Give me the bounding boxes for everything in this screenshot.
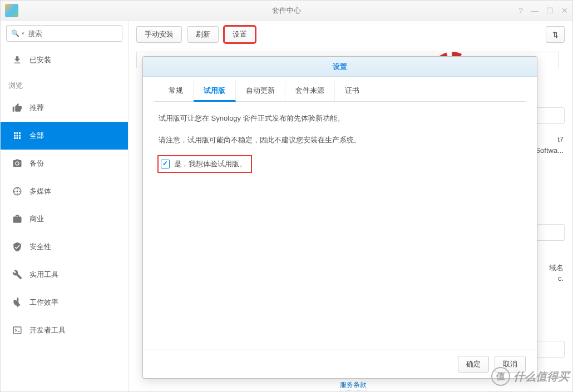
trial-checkbox-row[interactable]: ✓ 是，我想体验试用版。 bbox=[159, 156, 251, 172]
watermark-text: 什么值得买 bbox=[513, 369, 569, 384]
sort-icon: ⇅ bbox=[552, 31, 559, 39]
search-input[interactable] bbox=[28, 29, 121, 38]
rocket-icon bbox=[12, 297, 23, 308]
sidebar-item-multimedia[interactable]: 多媒体 bbox=[1, 177, 128, 205]
briefcase-icon bbox=[12, 214, 23, 225]
modal-title: 设置 bbox=[333, 62, 347, 72]
close-icon[interactable]: ✕ bbox=[561, 6, 568, 15]
package-center-window: 套件中心 ? — ☐ ✕ 🔍 ▾ 已安装 浏览 推 bbox=[0, 0, 573, 392]
checkbox-icon[interactable]: ✓ bbox=[161, 160, 170, 168]
sidebar-item-label: 工作效率 bbox=[29, 297, 58, 307]
sidebar-item-label: 安全性 bbox=[29, 242, 51, 252]
watermark: 值 什么值得买 bbox=[491, 367, 569, 386]
svg-rect-6 bbox=[13, 327, 21, 334]
sidebar-item-label: 实用工具 bbox=[29, 270, 58, 280]
sidebar-item-backup[interactable]: 备份 bbox=[1, 150, 128, 177]
sidebar-item-utility[interactable]: 实用工具 bbox=[1, 261, 128, 289]
svg-point-5 bbox=[14, 191, 15, 192]
sort-button[interactable]: ⇅ bbox=[546, 26, 565, 43]
card-vendor-peek: Softwa... bbox=[535, 146, 564, 155]
grid-icon bbox=[12, 130, 23, 141]
watermark-icon: 值 bbox=[491, 367, 510, 386]
camera-icon bbox=[12, 158, 23, 169]
modal-tabs: 常规 试用版 自动更新 套件来源 证书 bbox=[154, 81, 526, 102]
wrench-icon bbox=[12, 269, 23, 280]
card-vendor-peek: c. bbox=[558, 274, 564, 282]
browse-section-label: 浏览 bbox=[1, 74, 128, 94]
sidebar-item-label: 推荐 bbox=[29, 103, 44, 113]
sidebar-item-label: 全部 bbox=[29, 131, 44, 141]
window-controls: ? — ☐ ✕ bbox=[518, 6, 568, 15]
toolbar: 手动安装 刷新 设置 ⇅ bbox=[136, 26, 565, 43]
trial-description-1: 试用版可让您在 Synology 套件正式发布前先体验新功能。 bbox=[159, 113, 521, 125]
sidebar-item-all[interactable]: 全部 bbox=[1, 122, 128, 150]
card-title-peek: t7 bbox=[557, 135, 564, 143]
shield-icon bbox=[12, 241, 23, 252]
app-icon bbox=[5, 4, 18, 17]
trial-description-2: 请注意，试用版可能尚不稳定，因此不建议您安装在生产系统。 bbox=[159, 135, 521, 146]
settings-button[interactable]: 设置 bbox=[224, 26, 255, 43]
svg-point-3 bbox=[19, 191, 20, 192]
film-icon bbox=[12, 186, 23, 197]
modal-footer: 确定 取消 bbox=[143, 350, 537, 378]
svg-point-1 bbox=[17, 191, 18, 192]
settings-modal: 设置 常规 试用版 自动更新 套件来源 证书 试用版可让您在 Synology … bbox=[142, 56, 537, 379]
chevron-down-icon[interactable]: ▾ bbox=[22, 31, 24, 36]
download-icon bbox=[12, 54, 23, 66]
thumbs-up-icon bbox=[12, 102, 23, 113]
svg-point-4 bbox=[17, 193, 18, 194]
manual-install-button[interactable]: 手动安装 bbox=[136, 26, 182, 43]
sidebar-item-recommended[interactable]: 推荐 bbox=[1, 94, 128, 122]
sidebar-item-installed[interactable]: 已安装 bbox=[1, 46, 128, 74]
window-title: 套件中心 bbox=[272, 6, 301, 16]
help-icon[interactable]: ? bbox=[518, 6, 523, 15]
tab-trial[interactable]: 试用版 bbox=[194, 81, 236, 102]
minimize-icon[interactable]: — bbox=[531, 6, 539, 15]
card-title-peek: 域名 bbox=[549, 263, 564, 273]
sidebar-item-label: 多媒体 bbox=[29, 186, 51, 196]
modal-body: 试用版可让您在 Synology 套件正式发布前先体验新功能。 请注意，试用版可… bbox=[143, 102, 537, 350]
sidebar-item-productivity[interactable]: 工作效率 bbox=[1, 289, 128, 316]
maximize-icon[interactable]: ☐ bbox=[546, 6, 554, 15]
sidebar-item-label: 开发者工具 bbox=[29, 325, 66, 335]
modal-titlebar: 设置 bbox=[143, 57, 537, 77]
ok-button[interactable]: 确定 bbox=[458, 356, 489, 373]
search-icon: 🔍 bbox=[11, 29, 19, 37]
terms-link[interactable]: 服务条款 bbox=[340, 380, 367, 390]
terminal-icon bbox=[12, 325, 23, 336]
sidebar-item-security[interactable]: 安全性 bbox=[1, 233, 128, 261]
tab-general[interactable]: 常规 bbox=[159, 81, 194, 101]
sidebar-item-label: 备份 bbox=[29, 158, 44, 168]
tab-source[interactable]: 套件来源 bbox=[285, 81, 335, 101]
sidebar-item-business[interactable]: 商业 bbox=[1, 205, 128, 233]
sidebar-item-developer[interactable]: 开发者工具 bbox=[1, 316, 128, 344]
tab-auto-update[interactable]: 自动更新 bbox=[236, 81, 285, 101]
search-box[interactable]: 🔍 ▾ bbox=[6, 25, 122, 42]
svg-point-2 bbox=[17, 188, 18, 189]
sidebar: 🔍 ▾ 已安装 浏览 推荐 全部 bbox=[1, 21, 129, 391]
sidebar-item-label: 已安装 bbox=[29, 55, 51, 65]
checkbox-label: 是，我想体验试用版。 bbox=[174, 158, 246, 170]
refresh-button[interactable]: 刷新 bbox=[187, 26, 219, 43]
tab-cert[interactable]: 证书 bbox=[335, 81, 369, 101]
sidebar-item-label: 商业 bbox=[29, 214, 44, 224]
titlebar: 套件中心 ? — ☐ ✕ bbox=[1, 1, 572, 21]
